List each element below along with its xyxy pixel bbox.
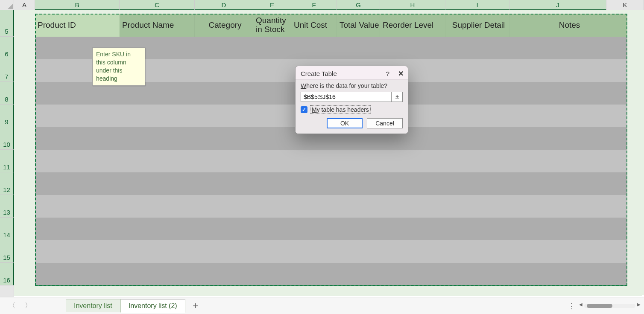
collapse-dialog-icon[interactable] [392, 92, 403, 102]
sheet-tab-inventory-list-2[interactable]: Inventory list (2) [120, 299, 185, 313]
next-sheet-icon[interactable]: 〉 [25, 301, 32, 310]
add-sheet-button[interactable]: + [185, 300, 206, 311]
cancel-button[interactable]: Cancel [367, 118, 403, 128]
sheet-tabs-bar: 〈 〉 Inventory list Inventory list (2) + … [0, 297, 644, 314]
spreadsheet-viewport: ABCDEFGHIJK 5678910111213141516 Product … [0, 0, 644, 314]
dialog-prompt: Where is the data for your table? [301, 82, 403, 89]
prev-sheet-icon[interactable]: 〈 [9, 301, 15, 310]
modal-backdrop [0, 0, 644, 314]
scrollbar-thumb[interactable] [587, 304, 612, 308]
table-has-headers-label[interactable]: My table has headers [310, 105, 371, 114]
close-icon[interactable]: ✕ [398, 70, 404, 78]
help-icon[interactable]: ? [386, 70, 389, 77]
table-has-headers-checkbox[interactable]: ✓ [301, 106, 307, 113]
sheet-tab-inventory-list[interactable]: Inventory list [66, 299, 120, 312]
sheet-options-icon[interactable]: ⋮ [568, 301, 576, 311]
ok-button[interactable]: OK [327, 118, 363, 128]
horizontal-scrollbar[interactable] [584, 304, 635, 308]
dialog-title: Create Table [301, 70, 337, 77]
table-range-input[interactable] [301, 92, 392, 102]
create-table-dialog: Create Table ? ✕ Where is the data for y… [295, 66, 408, 134]
